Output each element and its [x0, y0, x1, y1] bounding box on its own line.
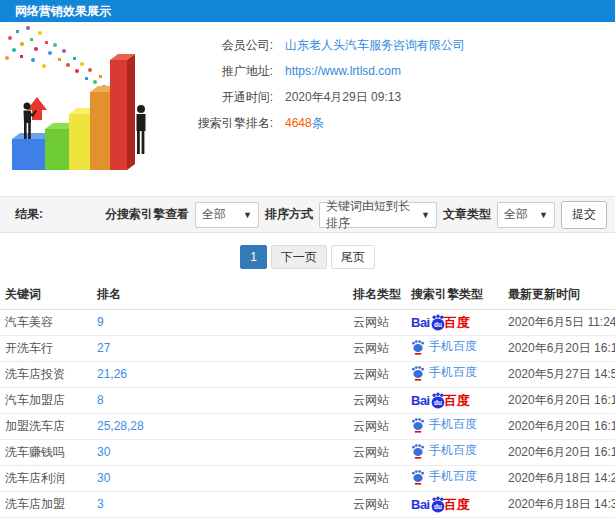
keyword-cell: 汽车美容	[0, 309, 97, 335]
keyword-cell: 洗车赚钱吗	[0, 439, 97, 465]
table-row: 加盟洗车店 25,28,28 云网站 Bai du 百度 手机百度	[0, 413, 615, 439]
rank-type-cell: 云网站	[353, 309, 411, 335]
col-rank: 排名	[97, 281, 353, 309]
rank-type-cell: 云网站	[353, 465, 411, 491]
rank-type-cell: 云网站	[353, 335, 411, 361]
baidu-mobile-logo: 手机百度	[411, 364, 477, 381]
engine-filter-label: 分搜索引擎查看	[105, 206, 189, 223]
company-link[interactable]: 山东老人头汽车服务咨询有限公司	[285, 37, 465, 54]
filter-controls: 分搜索引擎查看 全部 ▼ 排序方式 关键词由短到长排序 ▼ 文章类型 全部 ▼ …	[105, 201, 607, 229]
table-header-row: 关键词 排名 排名类型 搜索引擎类型 最新更新时间	[0, 281, 615, 309]
svg-text:du: du	[434, 321, 442, 328]
rank-link[interactable]: 27	[97, 341, 110, 355]
submit-button[interactable]: 提交	[561, 201, 607, 229]
svg-text:du: du	[434, 399, 442, 406]
table-row: 汽车加盟店 8 云网站 Bai du 百度 手机百度	[0, 387, 615, 413]
rank-link[interactable]: 3	[97, 497, 104, 511]
info-row-company: 会员公司: 山东老人头汽车服务咨询有限公司	[185, 32, 615, 58]
table-row: 汽车美容 9 云网站 Bai du 百度 手机百度	[0, 309, 615, 335]
rank-link[interactable]: 9	[97, 315, 104, 329]
updated-cell: 2020年6月18日 14:27	[508, 465, 615, 491]
keyword-cell: 洗车店投资	[0, 361, 97, 387]
businessman-right	[137, 105, 146, 154]
col-updated: 最新更新时间	[508, 281, 615, 309]
article-type-select[interactable]: 全部 ▼	[497, 202, 555, 228]
updated-cell: 2020年6月5日 11:24	[508, 309, 615, 335]
keyword-cell: 洗车店加盟	[0, 491, 97, 517]
table-row: 开洗车行 27 云网站 Bai du 百度 手机百度	[0, 335, 615, 361]
baidu-pc-logo: Bai du 百度	[411, 314, 470, 331]
article-type-label: 文章类型	[443, 206, 491, 223]
mobile-baidu-paw-icon	[411, 417, 425, 433]
pagination: 1 下一页 尾页	[0, 233, 615, 281]
bar-chart-illustration	[0, 22, 185, 190]
baidu-mobile-logo: 手机百度	[411, 338, 477, 355]
updated-cell: 2020年6月20日 16:12	[508, 387, 615, 413]
sort-select[interactable]: 关键词由短到长排序 ▼	[319, 202, 437, 228]
rank-type-cell: 云网站	[353, 439, 411, 465]
bar-red	[110, 54, 135, 170]
rank-link[interactable]: 30	[97, 445, 110, 459]
table-row: 洗车赚钱吗 30 云网站 Bai du 百度 手机百度	[0, 439, 615, 465]
updated-cell: 2020年6月20日 16:11	[508, 413, 615, 439]
sort-label: 排序方式	[265, 206, 313, 223]
mobile-baidu-paw-icon	[411, 443, 425, 459]
result-label: 结果:	[15, 206, 43, 223]
results-table-body: 汽车美容 9 云网站 Bai du 百度 手机百度	[0, 309, 615, 517]
keyword-cell: 加盟洗车店	[0, 413, 97, 439]
rank-link[interactable]: 8	[97, 393, 104, 407]
mobile-baidu-paw-icon	[411, 339, 425, 355]
results-table: 关键词 排名 排名类型 搜索引擎类型 最新更新时间 汽车美容 9 云网站 Bai…	[0, 281, 615, 518]
baidu-bai-text: Bai	[411, 498, 430, 511]
baidu-bai-text: Bai	[411, 394, 430, 407]
mobile-baidu-text: 手机百度	[429, 338, 477, 355]
baidu-cn-text: 百度	[444, 394, 470, 407]
engine-filter-value: 全部	[202, 206, 226, 223]
keyword-cell: 开洗车行	[0, 335, 97, 361]
table-row: 洗车店投资 21,26 云网站 Bai du 百度 手机百度	[0, 361, 615, 387]
baidu-mobile-logo: 手机百度	[411, 416, 477, 433]
mobile-baidu-text: 手机百度	[429, 468, 477, 485]
open-time-value: 2020年4月29日 09:13	[285, 89, 401, 106]
chevron-down-icon: ▼	[539, 210, 548, 220]
page-title: 网络营销效果展示	[0, 0, 615, 22]
open-time-label: 开通时间:	[185, 89, 273, 106]
url-label: 推广地址:	[185, 63, 273, 80]
page-last[interactable]: 尾页	[331, 245, 375, 269]
rank-link[interactable]: 30	[97, 471, 110, 485]
mobile-baidu-paw-icon	[411, 365, 425, 381]
updated-cell: 2020年6月18日 14:30	[508, 491, 615, 517]
col-keyword: 关键词	[0, 281, 97, 309]
article-type-value: 全部	[504, 206, 528, 223]
chevron-down-icon: ▼	[421, 210, 430, 220]
mobile-baidu-paw-icon	[411, 469, 425, 485]
promotion-url-link[interactable]: https://www.lrtlsd.com	[285, 64, 401, 78]
growth-bars-icon	[0, 22, 185, 190]
summary-section: 会员公司: 山东老人头汽车服务咨询有限公司 推广地址: https://www.…	[0, 22, 615, 196]
engine-rank-value: 4648条	[285, 115, 324, 132]
mobile-baidu-text: 手机百度	[429, 416, 477, 433]
rank-link[interactable]: 21,26	[97, 367, 127, 381]
engine-filter-select[interactable]: 全部 ▼	[195, 202, 259, 228]
engine-rank-label: 搜索引擎排名:	[185, 115, 273, 132]
rank-type-cell: 云网站	[353, 491, 411, 517]
table-row: 洗车店利润 30 云网站 Bai du 百度 手机百度	[0, 465, 615, 491]
baidu-pc-logo: Bai du 百度	[411, 496, 470, 513]
rank-link[interactable]: 25,28,28	[97, 419, 144, 433]
baidu-cn-text: 百度	[444, 316, 470, 329]
mobile-baidu-text: 手机百度	[429, 442, 477, 459]
baidu-pc-logo: Bai du 百度	[411, 392, 470, 409]
baidu-bai-text: Bai	[411, 316, 430, 329]
info-row-open-time: 开通时间: 2020年4月29日 09:13	[185, 84, 615, 110]
baidu-cn-text: 百度	[444, 498, 470, 511]
page-current[interactable]: 1	[240, 245, 267, 269]
info-row-url: 推广地址: https://www.lrtlsd.com	[185, 58, 615, 84]
rank-count: 4648	[285, 116, 312, 130]
filter-bar: 结果: 分搜索引擎查看 全部 ▼ 排序方式 关键词由短到长排序 ▼ 文章类型 全…	[0, 196, 615, 233]
updated-cell: 2020年6月20日 16:16	[508, 335, 615, 361]
col-engine-type: 搜索引擎类型	[411, 281, 508, 309]
rank-type-cell: 云网站	[353, 387, 411, 413]
rank-type-cell: 云网站	[353, 361, 411, 387]
keyword-cell: 汽车加盟店	[0, 387, 97, 413]
page-next[interactable]: 下一页	[271, 245, 327, 269]
